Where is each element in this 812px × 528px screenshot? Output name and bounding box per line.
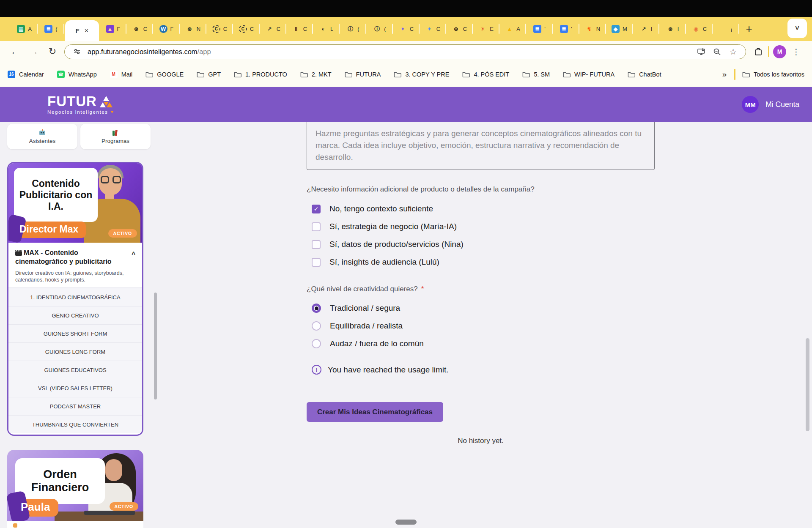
create-ideas-button[interactable]: Crear Mis Ideas Cinematográficas bbox=[307, 402, 443, 422]
browser-tab[interactable]: ≣ ( bbox=[38, 17, 64, 41]
bookmark-item[interactable]: 5. SM bbox=[522, 71, 550, 78]
menu-kebab-icon[interactable]: ⋮ bbox=[786, 47, 806, 57]
close-tab-icon[interactable]: × bbox=[85, 27, 89, 34]
radio-button[interactable] bbox=[312, 339, 321, 348]
checkbox[interactable]: ✓ bbox=[312, 205, 321, 213]
assistant-menu-item[interactable]: GUIONES EDUCATIVOS bbox=[8, 361, 142, 379]
browser-tab[interactable]: ◉ C bbox=[686, 17, 713, 41]
bookmark-item[interactable]: 4. PÓS EDIT bbox=[462, 71, 509, 78]
bookmark-item[interactable]: 16 Calendar bbox=[8, 71, 44, 78]
tab-search-button[interactable]: ˅ bbox=[787, 19, 807, 38]
browser-tab[interactable]: ▲ A bbox=[499, 17, 526, 41]
option-label: Sí, datos de producto/servicios (Nina) bbox=[329, 240, 464, 249]
checkbox[interactable]: ✓ bbox=[312, 222, 321, 231]
bookmarks-overflow-chevron[interactable]: » bbox=[719, 70, 730, 79]
browser-tab[interactable]: ‖ C bbox=[286, 17, 313, 41]
page-scrollbar[interactable] bbox=[806, 338, 809, 431]
checkbox-option[interactable]: ✓ No, tengo contexto suficiente bbox=[307, 200, 655, 218]
sidebar-tab-assistants[interactable]: Asistentes bbox=[7, 124, 77, 149]
browser-tab[interactable]: ¡ bbox=[713, 17, 739, 41]
assistant-menu-item[interactable]: GENIO CREATIVO bbox=[8, 306, 142, 324]
site-settings-icon[interactable] bbox=[71, 46, 82, 57]
browser-tab[interactable]: ⊛ N bbox=[180, 17, 206, 41]
radio-option[interactable]: Tradicional / segura bbox=[307, 299, 655, 317]
collapse-chevron-icon[interactable]: ˄ bbox=[132, 249, 135, 258]
sidebar-tab-programs[interactable]: Programas bbox=[80, 124, 151, 149]
new-tab-button[interactable]: + bbox=[739, 17, 759, 41]
radio-button[interactable] bbox=[312, 321, 321, 331]
browser-tab[interactable]: ⊛ C bbox=[446, 17, 473, 41]
checkbox-option[interactable]: ✓ Sí, estrategia de negocio (María-IA) bbox=[307, 218, 655, 235]
browser-tab[interactable]: ↗ C bbox=[260, 17, 286, 41]
drag-handle[interactable] bbox=[395, 520, 417, 525]
zoom-out-icon[interactable] bbox=[712, 46, 723, 57]
tabs-after-active: ▲ F ⊛ C W F ⊛ N C C C bbox=[100, 17, 739, 41]
active-tab[interactable]: F × bbox=[65, 20, 99, 41]
forward-icon[interactable]: → bbox=[25, 43, 43, 60]
docs-favicon: ≣ bbox=[44, 25, 52, 33]
browser-tab[interactable]: ⓘ ( bbox=[366, 17, 393, 41]
browser-tab[interactable]: ↗ I bbox=[633, 17, 659, 41]
address-bar[interactable]: app.futuranegociosinteligentes.com/app ☆ bbox=[64, 44, 746, 59]
bookmark-item[interactable]: 1. PRODUCTO bbox=[234, 71, 287, 78]
bookmark-item[interactable]: FUTURA bbox=[345, 71, 381, 78]
bookmark-item[interactable]: ChatBot bbox=[628, 71, 661, 78]
browser-tab[interactable]: ⓘ ( bbox=[340, 17, 366, 41]
checkbox[interactable]: ✓ bbox=[312, 240, 321, 249]
radio-option[interactable]: Audaz / fuera de lo común bbox=[307, 335, 655, 353]
prompt-description-box[interactable]: Hazme preguntas estratégicas y para gene… bbox=[307, 122, 655, 170]
user-avatar[interactable]: MM bbox=[742, 96, 759, 113]
assistant-card-max[interactable]: Contenido Publicitario con I.A. Director… bbox=[7, 162, 143, 436]
assistant-menu-item[interactable]: 1. IDENTIDAD CINEMATOGRÁFICA bbox=[8, 288, 142, 306]
bookmark-item[interactable]: GPT bbox=[197, 71, 221, 78]
browser-tab[interactable]: ▦ A bbox=[11, 17, 38, 41]
browser-tab[interactable]: ✦ C bbox=[393, 17, 420, 41]
bookmark-item[interactable]: 2. MKT bbox=[300, 71, 332, 78]
extensions-icon[interactable] bbox=[753, 46, 764, 57]
radio-button[interactable] bbox=[312, 304, 321, 313]
checkbox[interactable]: ✓ bbox=[312, 258, 321, 267]
bookmark-star-icon[interactable]: ☆ bbox=[728, 46, 739, 57]
checkbox-option[interactable]: ✓ Sí, datos de producto/servicios (Nina) bbox=[307, 235, 655, 253]
browser-tab[interactable]: ≣ ' bbox=[526, 17, 553, 41]
assistant-card-paula[interactable]: Orden Financiero Paula ACTIVO bbox=[7, 450, 143, 521]
logo-tagline: Negocios Inteligentes bbox=[47, 109, 108, 115]
option-label: Tradicional / segura bbox=[330, 304, 400, 313]
browser-tab[interactable]: ◐ L bbox=[313, 17, 340, 41]
bookmark-item[interactable]: GOOGLE bbox=[145, 71, 184, 78]
browser-tab[interactable]: ↯ N bbox=[579, 17, 606, 41]
bookmark-item[interactable]: 3. COPY Y PRE bbox=[394, 71, 449, 78]
all-bookmarks-item[interactable]: Todos los favoritos bbox=[742, 71, 804, 78]
bookmark-item[interactable]: ☎ WhatsApp bbox=[57, 71, 97, 78]
browser-tab[interactable]: ◆ M bbox=[606, 17, 633, 41]
sidebar-tab-label: Asistentes bbox=[29, 138, 55, 144]
browser-tab[interactable]: C C bbox=[206, 17, 233, 41]
account-menu[interactable]: MM Mi Cuenta bbox=[742, 96, 799, 113]
sidebar-scrollbar[interactable] bbox=[154, 293, 157, 399]
assistant-name: MAX - Contenido cinematográfico y public… bbox=[15, 249, 112, 265]
reload-icon[interactable]: ↻ bbox=[43, 43, 62, 60]
assistant-menu-item[interactable]: GUIONES LONG FORM bbox=[8, 342, 142, 361]
browser-tab[interactable]: ☀ E bbox=[473, 17, 499, 41]
browser-tab[interactable]: ⊛ I bbox=[659, 17, 686, 41]
bookmark-item[interactable]: M Mail bbox=[110, 71, 133, 78]
assistant-menu-item[interactable]: PODCAST MASTER bbox=[8, 397, 142, 415]
checkbox-option[interactable]: ✓ Sí, insights de audiencia (Lulú) bbox=[307, 253, 655, 271]
zapier-favicon: ↯ bbox=[585, 25, 593, 33]
assistant-menu-item[interactable]: THUMBNAILS QUE CONVIERTEN bbox=[8, 415, 142, 433]
browser-tab[interactable]: ≣ ' bbox=[553, 17, 579, 41]
max-cover-ribbon: Director Max bbox=[12, 222, 86, 238]
browser-tab[interactable]: W F bbox=[153, 17, 180, 41]
paula-cover-ribbon: Paula bbox=[12, 499, 58, 517]
assistant-menu-item[interactable]: VSL (VIDEO SALES LETTER) bbox=[8, 379, 142, 397]
bookmark-item[interactable]: WIP- FUTURA bbox=[563, 71, 614, 78]
chrome-profile-avatar[interactable]: M bbox=[773, 45, 786, 58]
browser-tab[interactable]: C C bbox=[233, 17, 260, 41]
radio-option[interactable]: Equilibrada / realista bbox=[307, 317, 655, 335]
browser-tab[interactable]: ⊛ C bbox=[126, 17, 153, 41]
browser-tab[interactable]: ▲ F bbox=[100, 17, 126, 41]
install-app-icon[interactable] bbox=[696, 46, 707, 57]
browser-tab[interactable]: ✦ C bbox=[420, 17, 446, 41]
back-icon[interactable]: ← bbox=[6, 43, 25, 60]
assistant-menu-item[interactable]: GUIONES SHORT FORM bbox=[8, 324, 142, 342]
